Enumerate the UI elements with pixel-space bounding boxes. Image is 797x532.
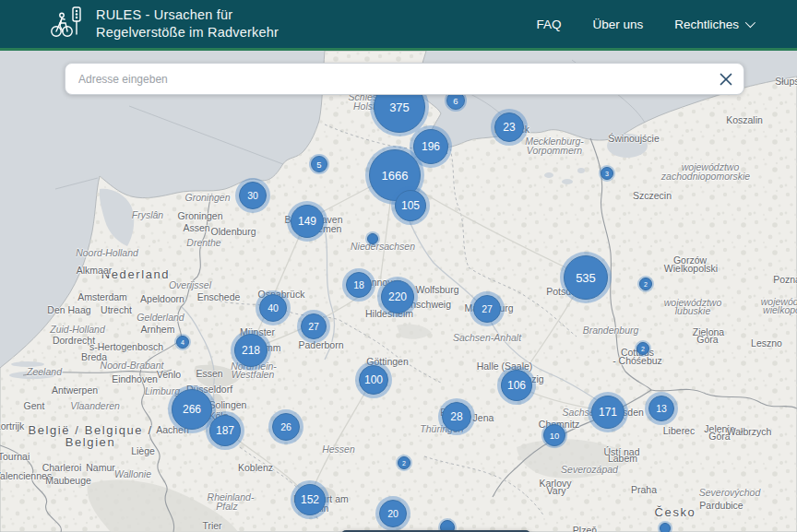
map-label: Słupsk [775,76,797,87]
map-label: Jelenia [704,423,734,434]
map-label: 's-Hertogenbosch [88,341,163,352]
nav-item-faq[interactable]: FAQ [536,18,561,31]
map-marker-dot[interactable] [367,233,378,244]
header-nav: FAQÜber unsRechtliches [536,18,753,31]
map-cluster[interactable]: 40 [259,294,287,322]
map-label: Niedersachsen [351,241,415,252]
map-cluster[interactable]: 152 [294,484,326,515]
map-label: Rheinland- [208,491,255,502]
map-cluster[interactable]: 100 [359,365,388,395]
map-label: Gent [24,400,45,411]
map-cluster[interactable]: 149 [291,205,324,238]
map-label: Namur [86,462,115,473]
map-cluster[interactable]: 535 [564,255,608,300]
map-label: Fryslân [132,209,163,220]
map-label: województwo [664,297,721,308]
map-label: Gelderland [137,312,184,323]
map-label: Mecklenburg- [525,136,584,147]
map-label: Praha [631,484,657,495]
nav-item--ber-uns[interactable]: Über uns [592,18,643,31]
map-label: Zuid-Holland [50,324,105,335]
map-label: Halle (Saale) [477,361,533,372]
map-label: Góra [696,334,718,345]
map-label: Vorpommern [527,145,582,156]
map-label: Westfalen [232,369,275,380]
map-label: België / Belgique / [28,423,152,437]
map-label: Belgien [65,435,116,449]
map-label: Pfalz [216,501,237,512]
map-marker-dot[interactable]: 4 [176,336,189,349]
map-label: Labem [608,453,637,464]
map-cluster[interactable]: 220 [381,280,414,313]
map-label: Noord-Holland [76,247,138,258]
map-marker-dot[interactable]: 2 [636,342,649,355]
map-label: wielkopolskie [763,304,797,315]
map-label: Zielona [693,326,724,337]
map-label: województwo [761,296,797,307]
map-label: Solingen [209,399,247,410]
map-viewport[interactable]: NederlandBelgië / Belgique /BelgienČesko… [0,51,797,532]
map-label: Wałbrzych [727,426,772,437]
map-cluster[interactable]: 26 [272,413,300,441]
map-label: Severovýchod [699,487,761,498]
map-label: Trier [202,520,221,531]
map-label: Groningen [184,192,230,203]
map-label: Den Haag [47,304,90,315]
map-label: Leszno [751,337,782,349]
map-label: Essen [196,368,222,379]
map-label: Wielkopolski [664,263,718,274]
map-marker-dot[interactable]: 2 [639,278,652,290]
map-label: Koszalin [726,114,763,125]
map-cluster[interactable]: 187 [209,415,241,446]
map-label: Arnhem [141,324,175,335]
map-label: Maubeuge [45,475,91,486]
map-cluster[interactable]: 27 [473,295,501,323]
map-cluster[interactable]: 106 [501,370,532,401]
map-label: Hessen [322,443,355,455]
map-label: - Chóśebuz [613,355,662,366]
map-cluster[interactable]: 171 [591,396,625,429]
map-cluster[interactable]: 266 [172,389,212,430]
map-label: Amsterdam [77,291,127,302]
map-cluster[interactable]: 30 [239,182,267,209]
map-label: Breda [81,351,107,362]
map-marker-dot[interactable]: 3 [601,167,613,180]
map-label: Enschede [197,291,241,302]
map-label: Liège [131,445,155,456]
map-label: Ústí nad [603,446,639,457]
map-label: Charleroi [42,462,82,473]
map-label: Plzeň [573,525,597,532]
map-label: Assen [183,222,209,233]
map-marker-dot[interactable] [660,523,671,532]
map-cluster[interactable]: 28 [442,402,471,432]
map-cluster[interactable]: 218 [234,334,268,367]
map-label: Valenciennes [0,470,52,481]
map-label: zachodniopomorskie [661,171,750,182]
map-cluster[interactable]: 23 [494,112,524,142]
map-cluster[interactable]: 13 [648,396,674,421]
chevron-down-icon [745,18,755,28]
map-marker-dot[interactable]: 2 [398,456,410,469]
header-logo[interactable]: RULES - Ursachen für Regelverstöße im Ra… [48,4,279,44]
map-label: Severozápad [561,464,618,475]
map-label: Eindhoven [112,373,158,384]
map-label: Wallonie [114,468,151,479]
map-label: Sachsen-Anhalt [453,332,521,343]
map-cluster[interactable]: 5 [311,156,327,172]
map-cluster[interactable]: 196 [413,129,448,164]
map-label: Paderborn [298,339,343,350]
map-label: Gorzów [673,254,707,266]
map-label: Alkmaar [77,265,113,276]
map-label: Jena [473,412,494,423]
nav-item-rechtliches[interactable]: Rechtliches [674,18,753,31]
map-cluster[interactable]: 10 [543,424,565,446]
close-icon[interactable] [712,65,740,93]
map-cluster[interactable]: 18 [346,272,372,298]
search-input[interactable] [65,73,712,86]
map-cluster[interactable]: 20 [379,500,407,527]
map-cluster[interactable]: 105 [395,190,426,221]
map-label: województwo [682,161,739,172]
map-label: Kortrijk [0,420,24,432]
map-label: Wolfsburg [415,284,458,295]
map-cluster[interactable]: 27 [301,313,327,339]
